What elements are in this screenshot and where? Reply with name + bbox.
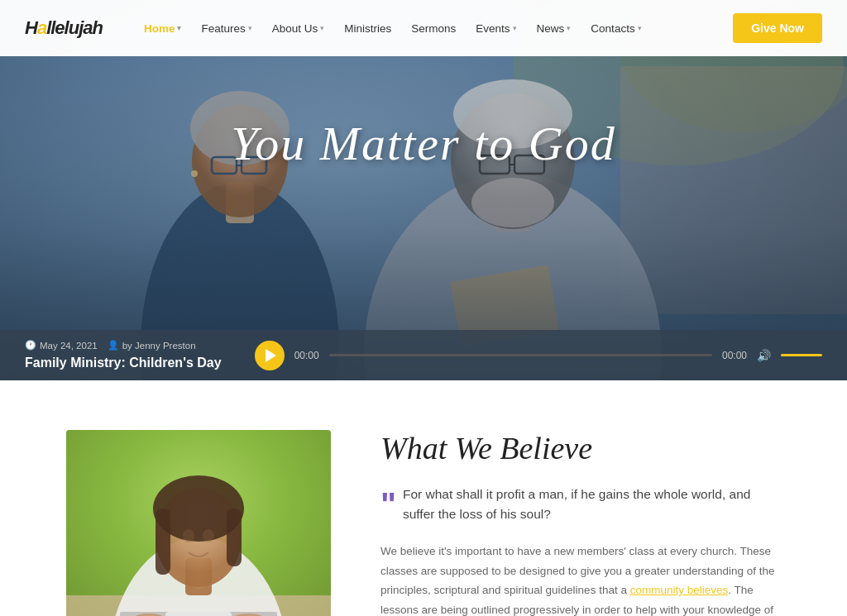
section-title: What We Believe [380,430,781,468]
nav-links: Home ▾ Features ▾ About Us ▾ Ministries … [136,16,733,41]
nav-link-about[interactable]: About Us ▾ [264,16,333,41]
svg-rect-32 [227,509,242,566]
nav-item-news[interactable]: News ▾ [529,16,580,41]
nav-item-ministries[interactable]: Ministries [336,16,400,41]
chevron-down-icon: ▾ [177,24,181,32]
nav-link-contacts[interactable]: Contacts ▾ [582,16,649,41]
content-text: What We Believe " For what shall it prof… [380,430,781,616]
user-icon: 👤 [108,340,119,351]
blockquote-text: For what shall it profit a man, if he ga… [403,485,781,526]
nav-link-events[interactable]: Events ▾ [467,16,524,41]
nav-link-home[interactable]: Home ▾ [136,16,190,41]
chevron-down-icon: ▾ [513,24,517,32]
audio-player: 00:00 00:00 🔊 [255,341,822,370]
chevron-down-icon: ▾ [320,24,324,32]
volume-bar[interactable] [781,354,822,356]
nav-item-contacts[interactable]: Contacts ▾ [582,16,649,41]
nav-item-about[interactable]: About Us ▾ [264,16,333,41]
nav-item-features[interactable]: Features ▾ [193,16,260,41]
hero-meta: 🕐 May 24, 2021 👤 by Jenny Preston Family… [25,340,222,370]
quote-mark-icon: " [380,491,396,518]
chevron-down-icon: ▾ [567,24,571,32]
audio-current-time: 00:00 [294,350,319,361]
volume-icon[interactable]: 🔊 [757,349,771,362]
hero-post-title: Family Ministry: Children's Day [25,356,222,370]
svg-rect-21 [0,0,847,380]
svg-rect-37 [165,612,232,616]
nav-link-ministries[interactable]: Ministries [336,16,400,41]
clock-icon: 🕐 [25,340,36,351]
audio-progress-bar[interactable] [329,354,712,356]
hero-background [0,0,847,380]
hero-title: You Matter to God [0,116,847,171]
content-body: We believe it's important to have a new … [380,542,781,616]
hero-meta-info: 🕐 May 24, 2021 👤 by Jenny Preston [25,340,222,351]
hero-date: 🕐 May 24, 2021 [25,340,98,351]
content-image [66,430,331,616]
svg-point-33 [183,529,194,542]
hero-section: You Matter to God 🕐 May 24, 2021 👤 by Je… [0,0,847,380]
audio-end-time: 00:00 [722,350,747,361]
hero-image [0,0,847,380]
hero-bottom-card: 🕐 May 24, 2021 👤 by Jenny Preston Family… [0,330,847,380]
content-image-svg [66,430,331,616]
community-believes-link[interactable]: community believes [630,584,729,596]
chevron-down-icon: ▾ [248,24,252,32]
svg-point-34 [203,529,214,542]
site-logo[interactable]: Hallelujah [25,17,103,39]
nav-item-home[interactable]: Home ▾ [136,16,190,41]
nav-item-events[interactable]: Events ▾ [467,16,524,41]
blockquote: " For what shall it profit a man, if he … [380,485,781,526]
content-section: What We Believe " For what shall it prof… [0,380,847,616]
nav-link-features[interactable]: Features ▾ [193,16,260,41]
svg-rect-31 [156,509,170,575]
nav-link-news[interactable]: News ▾ [529,16,580,41]
nav-item-sermons[interactable]: Sermons [403,16,464,41]
give-now-button[interactable]: Give Now [733,13,822,43]
play-button[interactable] [255,341,285,370]
navbar: Hallelujah Home ▾ Features ▾ About Us ▾ … [0,0,847,56]
hero-author: 👤 by Jenny Preston [108,340,196,351]
chevron-down-icon: ▾ [638,24,642,32]
nav-link-sermons[interactable]: Sermons [403,16,464,41]
